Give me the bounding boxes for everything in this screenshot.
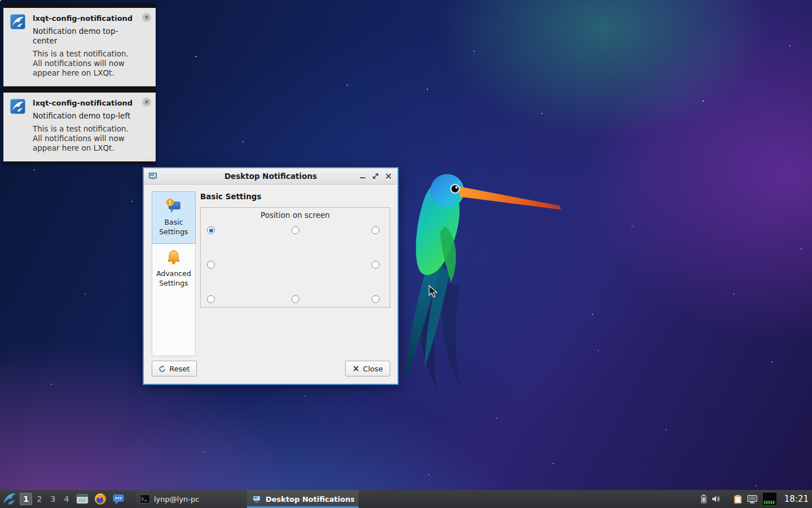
sidebar-item-basic-settings[interactable]: Basic Settings xyxy=(152,191,196,244)
radio-position-bottom-right[interactable] xyxy=(372,295,379,303)
display-icon[interactable] xyxy=(747,495,757,503)
terminal-icon xyxy=(140,494,150,503)
workspace-3-button[interactable]: 3 xyxy=(47,493,59,505)
lxqt-logo-icon xyxy=(10,14,25,29)
radio-position-middle-left[interactable] xyxy=(207,261,215,269)
section-heading: Basic Settings xyxy=(200,192,390,201)
lxqt-menu-button[interactable] xyxy=(2,492,17,506)
groupbox-title: Position on screen xyxy=(201,208,390,220)
radio-position-top-left[interactable] xyxy=(207,226,215,234)
position-on-screen-groupbox: Position on screen xyxy=(200,207,390,308)
workspace-2-button[interactable]: 2 xyxy=(33,493,46,505)
lxqt-logo-icon xyxy=(10,99,25,114)
task-label: lynp@lyn-pc xyxy=(154,495,199,503)
radio-position-bottom-left[interactable] xyxy=(207,295,215,303)
task-list: lynp@lyn-pc Desktop Notifications xyxy=(135,490,359,508)
mouse-cursor xyxy=(429,285,438,298)
close-button-footer[interactable]: × Close xyxy=(345,361,390,376)
system-tray: 18:21 xyxy=(701,492,812,506)
close-icon[interactable]: × xyxy=(142,13,151,22)
clock[interactable]: 18:21 xyxy=(784,494,809,504)
clipboard-icon[interactable] xyxy=(734,494,742,504)
sidebar-item-label: Advanced Settings xyxy=(153,269,194,288)
notification-summary: Notification demo top-center xyxy=(33,27,138,46)
notification-body: This is a test notification. All notific… xyxy=(33,49,138,78)
close-button[interactable] xyxy=(383,171,394,182)
reset-button-label: Reset xyxy=(169,365,189,373)
notification-app-name: lxqt-config-notificationd xyxy=(33,14,138,23)
cpu-monitor-widget[interactable] xyxy=(762,492,777,506)
reset-button[interactable]: Reset xyxy=(152,361,197,376)
firefox-icon[interactable] xyxy=(94,493,107,505)
notification-app-name: lxqt-config-notificationd xyxy=(33,99,138,108)
sidebar-item-label: Basic Settings xyxy=(153,217,194,237)
radio-position-middle-right[interactable] xyxy=(372,261,379,269)
task-label: Desktop Notifications xyxy=(266,495,354,503)
notification-top-center[interactable]: lxqt-config-notificationd Notification d… xyxy=(3,3,156,88)
bell-icon xyxy=(165,249,182,266)
workspace-1-button[interactable]: 1 xyxy=(20,493,32,505)
basic-settings-icon xyxy=(165,198,182,214)
notification-window-icon xyxy=(251,494,262,503)
settings-sidebar: Basic Settings Advanced Settings xyxy=(152,191,196,356)
radio-position-top-center[interactable] xyxy=(292,226,299,234)
radio-position-bottom-center[interactable] xyxy=(292,295,299,303)
close-icon: × xyxy=(352,365,360,373)
restore-button[interactable] xyxy=(370,171,381,182)
minimize-icon xyxy=(360,173,365,179)
launcher-window-icon[interactable] xyxy=(76,493,89,505)
taskbar: 1 2 3 4 lynp@lyn-pc xyxy=(0,490,812,508)
task-terminal[interactable]: lynp@lyn-pc xyxy=(135,490,247,508)
volume-icon[interactable] xyxy=(712,495,721,503)
radio-position-top-right[interactable] xyxy=(372,226,379,234)
titlebar[interactable]: Desktop Notifications xyxy=(144,168,398,185)
notification-body: This is a test notification. All notific… xyxy=(33,124,138,153)
task-desktop-notifications[interactable]: Desktop Notifications xyxy=(247,490,359,508)
reset-icon xyxy=(158,365,166,373)
stars-decoration xyxy=(0,0,1,1)
battery-icon[interactable] xyxy=(701,494,707,503)
hummingbird-illustration xyxy=(392,163,572,402)
notification-summary: Notification demo top-left xyxy=(33,111,138,121)
close-icon[interactable]: × xyxy=(142,98,151,107)
notification-window-icon xyxy=(148,172,157,181)
notification-stack: lxqt-config-notificationd Notification d… xyxy=(3,3,156,163)
desktop-notifications-window: Desktop Notifications xyxy=(143,167,399,385)
workspace-4-button[interactable]: 4 xyxy=(60,493,73,505)
notification-top-left[interactable]: lxqt-config-notificationd Notification d… xyxy=(3,88,156,163)
sidebar-item-advanced-settings[interactable]: Advanced Settings xyxy=(152,243,195,295)
close-button-label: Close xyxy=(363,365,383,373)
close-icon xyxy=(386,173,391,179)
restore-icon xyxy=(373,173,378,179)
minimize-button[interactable] xyxy=(357,171,368,182)
chat-icon[interactable] xyxy=(112,493,125,505)
